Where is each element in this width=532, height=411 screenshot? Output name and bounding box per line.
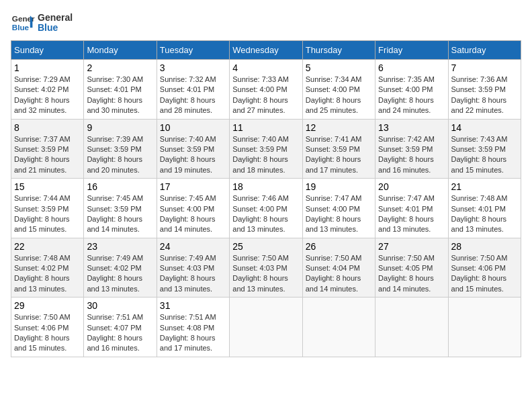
day-info: Sunrise: 7:48 AM Sunset: 4:01 PM Dayligh… xyxy=(451,193,518,235)
calendar-cell xyxy=(448,298,521,357)
calendar-cell: 18Sunrise: 7:46 AM Sunset: 4:00 PM Dayli… xyxy=(230,179,302,238)
day-number: 25 xyxy=(232,241,299,252)
calendar-week-row: 29Sunrise: 7:50 AM Sunset: 4:06 PM Dayli… xyxy=(11,298,521,357)
calendar-cell xyxy=(375,298,448,357)
calendar-cell: 7Sunrise: 7:36 AM Sunset: 3:59 PM Daylig… xyxy=(448,60,521,120)
day-number: 11 xyxy=(232,122,299,133)
weekday-header-tuesday: Tuesday xyxy=(157,41,229,60)
calendar-cell: 31Sunrise: 7:51 AM Sunset: 4:08 PM Dayli… xyxy=(157,298,229,357)
logo-icon: General Blue xyxy=(11,11,35,35)
calendar-week-row: 1Sunrise: 7:29 AM Sunset: 4:02 PM Daylig… xyxy=(11,60,521,120)
calendar-cell: 5Sunrise: 7:34 AM Sunset: 4:00 PM Daylig… xyxy=(302,60,375,120)
day-number: 21 xyxy=(451,181,518,192)
day-info: Sunrise: 7:47 AM Sunset: 4:00 PM Dayligh… xyxy=(306,193,372,235)
svg-text:Blue: Blue xyxy=(12,23,30,32)
day-info: Sunrise: 7:41 AM Sunset: 3:59 PM Dayligh… xyxy=(306,134,372,176)
day-number: 13 xyxy=(378,122,445,133)
day-info: Sunrise: 7:51 AM Sunset: 4:07 PM Dayligh… xyxy=(87,312,153,354)
day-info: Sunrise: 7:43 AM Sunset: 3:59 PM Dayligh… xyxy=(451,134,518,176)
day-number: 8 xyxy=(14,122,81,133)
day-info: Sunrise: 7:50 AM Sunset: 4:06 PM Dayligh… xyxy=(14,312,81,354)
day-number: 31 xyxy=(160,300,226,311)
calendar-cell: 12Sunrise: 7:41 AM Sunset: 3:59 PM Dayli… xyxy=(302,119,375,179)
day-info: Sunrise: 7:50 AM Sunset: 4:05 PM Dayligh… xyxy=(378,253,445,295)
day-info: Sunrise: 7:34 AM Sunset: 4:00 PM Dayligh… xyxy=(306,75,372,116)
calendar-cell: 28Sunrise: 7:50 AM Sunset: 4:06 PM Dayli… xyxy=(448,238,521,298)
day-number: 4 xyxy=(232,62,299,73)
day-info: Sunrise: 7:48 AM Sunset: 4:02 PM Dayligh… xyxy=(14,253,81,295)
calendar-cell: 9Sunrise: 7:39 AM Sunset: 3:59 PM Daylig… xyxy=(84,119,157,179)
calendar-cell: 20Sunrise: 7:47 AM Sunset: 4:01 PM Dayli… xyxy=(375,179,448,238)
weekday-header-sunday: Sunday xyxy=(11,41,84,60)
calendar-cell: 25Sunrise: 7:50 AM Sunset: 4:03 PM Dayli… xyxy=(230,238,302,298)
calendar-cell: 14Sunrise: 7:43 AM Sunset: 3:59 PM Dayli… xyxy=(448,119,521,179)
calendar-cell: 1Sunrise: 7:29 AM Sunset: 4:02 PM Daylig… xyxy=(11,60,84,120)
calendar-cell xyxy=(302,298,375,357)
calendar-cell: 21Sunrise: 7:48 AM Sunset: 4:01 PM Dayli… xyxy=(448,179,521,238)
calendar-cell: 6Sunrise: 7:35 AM Sunset: 4:00 PM Daylig… xyxy=(375,60,448,120)
page-header: General Blue General Blue xyxy=(11,11,521,35)
calendar-week-row: 8Sunrise: 7:37 AM Sunset: 3:59 PM Daylig… xyxy=(11,119,521,179)
day-number: 9 xyxy=(87,122,153,133)
calendar-cell: 27Sunrise: 7:50 AM Sunset: 4:05 PM Dayli… xyxy=(375,238,448,298)
day-number: 29 xyxy=(14,300,81,311)
day-info: Sunrise: 7:45 AM Sunset: 4:00 PM Dayligh… xyxy=(160,193,226,235)
weekday-header-thursday: Thursday xyxy=(302,41,375,60)
day-number: 28 xyxy=(451,241,518,252)
calendar-cell: 2Sunrise: 7:30 AM Sunset: 4:01 PM Daylig… xyxy=(84,60,157,120)
day-number: 20 xyxy=(378,181,445,192)
calendar-cell: 17Sunrise: 7:45 AM Sunset: 4:00 PM Dayli… xyxy=(157,179,229,238)
day-number: 26 xyxy=(306,241,372,252)
calendar-cell: 11Sunrise: 7:40 AM Sunset: 3:59 PM Dayli… xyxy=(230,119,302,179)
day-info: Sunrise: 7:45 AM Sunset: 3:59 PM Dayligh… xyxy=(87,193,153,235)
calendar-cell: 29Sunrise: 7:50 AM Sunset: 4:06 PM Dayli… xyxy=(11,298,84,357)
day-info: Sunrise: 7:40 AM Sunset: 3:59 PM Dayligh… xyxy=(232,134,299,176)
logo: General Blue General Blue xyxy=(11,11,73,35)
day-number: 3 xyxy=(160,62,226,73)
day-number: 19 xyxy=(306,181,372,192)
calendar-cell: 30Sunrise: 7:51 AM Sunset: 4:07 PM Dayli… xyxy=(84,298,157,357)
weekday-header-friday: Friday xyxy=(375,41,448,60)
day-info: Sunrise: 7:35 AM Sunset: 4:00 PM Dayligh… xyxy=(378,75,445,116)
day-info: Sunrise: 7:29 AM Sunset: 4:02 PM Dayligh… xyxy=(14,75,81,116)
calendar-cell: 4Sunrise: 7:33 AM Sunset: 4:00 PM Daylig… xyxy=(230,60,302,120)
calendar-cell: 10Sunrise: 7:40 AM Sunset: 3:59 PM Dayli… xyxy=(157,119,229,179)
day-number: 27 xyxy=(378,241,445,252)
day-info: Sunrise: 7:37 AM Sunset: 3:59 PM Dayligh… xyxy=(14,134,81,176)
calendar-cell: 15Sunrise: 7:44 AM Sunset: 3:59 PM Dayli… xyxy=(11,179,84,238)
day-info: Sunrise: 7:32 AM Sunset: 4:01 PM Dayligh… xyxy=(160,75,226,116)
day-info: Sunrise: 7:36 AM Sunset: 3:59 PM Dayligh… xyxy=(451,75,518,116)
weekday-header-row: SundayMondayTuesdayWednesdayThursdayFrid… xyxy=(11,41,521,60)
day-info: Sunrise: 7:33 AM Sunset: 4:00 PM Dayligh… xyxy=(232,75,299,116)
calendar-cell: 24Sunrise: 7:49 AM Sunset: 4:03 PM Dayli… xyxy=(157,238,229,298)
calendar-cell xyxy=(230,298,302,357)
day-number: 22 xyxy=(14,241,81,252)
calendar-cell: 23Sunrise: 7:49 AM Sunset: 4:02 PM Dayli… xyxy=(84,238,157,298)
day-number: 18 xyxy=(232,181,299,192)
day-info: Sunrise: 7:30 AM Sunset: 4:01 PM Dayligh… xyxy=(87,75,153,116)
day-number: 7 xyxy=(451,62,518,73)
day-info: Sunrise: 7:49 AM Sunset: 4:03 PM Dayligh… xyxy=(160,253,226,295)
calendar-cell: 16Sunrise: 7:45 AM Sunset: 3:59 PM Dayli… xyxy=(84,179,157,238)
weekday-header-saturday: Saturday xyxy=(448,41,521,60)
calendar-table: SundayMondayTuesdayWednesdayThursdayFrid… xyxy=(11,40,521,357)
day-info: Sunrise: 7:51 AM Sunset: 4:08 PM Dayligh… xyxy=(160,312,226,354)
calendar-cell: 19Sunrise: 7:47 AM Sunset: 4:00 PM Dayli… xyxy=(302,179,375,238)
weekday-header-wednesday: Wednesday xyxy=(230,41,302,60)
day-number: 17 xyxy=(160,181,226,192)
day-info: Sunrise: 7:42 AM Sunset: 3:59 PM Dayligh… xyxy=(378,134,445,176)
day-info: Sunrise: 7:49 AM Sunset: 4:02 PM Dayligh… xyxy=(87,253,153,295)
day-number: 14 xyxy=(451,122,518,133)
day-number: 5 xyxy=(306,62,372,73)
calendar-cell: 3Sunrise: 7:32 AM Sunset: 4:01 PM Daylig… xyxy=(157,60,229,120)
day-info: Sunrise: 7:50 AM Sunset: 4:06 PM Dayligh… xyxy=(451,253,518,295)
day-number: 30 xyxy=(87,300,153,311)
day-number: 12 xyxy=(306,122,372,133)
day-info: Sunrise: 7:39 AM Sunset: 3:59 PM Dayligh… xyxy=(87,134,153,176)
calendar-week-row: 22Sunrise: 7:48 AM Sunset: 4:02 PM Dayli… xyxy=(11,238,521,298)
day-info: Sunrise: 7:50 AM Sunset: 4:03 PM Dayligh… xyxy=(232,253,299,295)
calendar-week-row: 15Sunrise: 7:44 AM Sunset: 3:59 PM Dayli… xyxy=(11,179,521,238)
day-number: 15 xyxy=(14,181,81,192)
weekday-header-monday: Monday xyxy=(84,41,157,60)
day-info: Sunrise: 7:50 AM Sunset: 4:04 PM Dayligh… xyxy=(306,253,372,295)
